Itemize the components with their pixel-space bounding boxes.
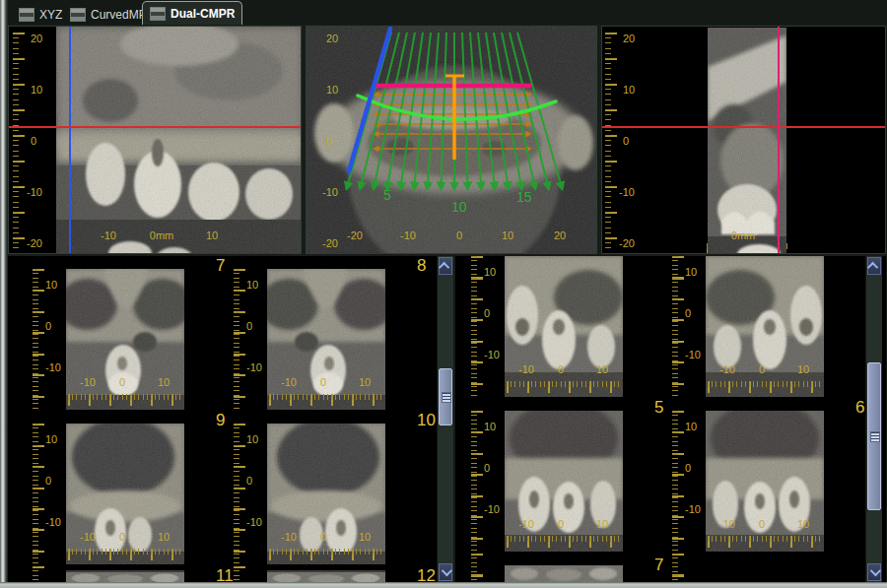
cross-section-image[interactable] xyxy=(706,411,824,552)
slice-number-label: 12 xyxy=(417,567,436,582)
ruler-label: 10 xyxy=(246,433,258,445)
blue-crosshair-line[interactable] xyxy=(69,27,71,253)
ruler-label: 10 xyxy=(45,433,57,445)
ruler-label: 10 xyxy=(45,279,57,291)
scroll-down-button[interactable] xyxy=(867,563,881,581)
scroll-up-button[interactable] xyxy=(439,257,452,275)
ruler-label: 0 xyxy=(320,531,326,543)
slice-number-label: 6 xyxy=(855,399,864,416)
ruler-label: -10 xyxy=(685,349,701,360)
ruler-label: 0 xyxy=(456,229,462,241)
ruler-label: -20 xyxy=(27,237,42,249)
cross-section-image[interactable] xyxy=(267,424,385,564)
ruler-label: 0 xyxy=(31,135,36,147)
cross-section-image[interactable] xyxy=(505,411,623,552)
ruler-label: -10 xyxy=(80,376,96,388)
scroll-down-button[interactable] xyxy=(439,563,452,581)
slice-number-label: 11 xyxy=(216,567,234,582)
ruler-label: 10 xyxy=(596,518,608,530)
cross-section-image[interactable] xyxy=(505,256,623,397)
ruler-label: 10 xyxy=(31,84,42,96)
ruler-label: -10 xyxy=(484,349,500,360)
v-ruler xyxy=(672,256,684,397)
pink-position-line[interactable] xyxy=(778,27,780,253)
ruler-label: 20 xyxy=(31,33,42,44)
axial-overlays: 5 10 15 xyxy=(307,27,597,254)
tab-bar: XYZ CurvedMPR Dual-CMPR xyxy=(8,0,887,25)
cross-section-panel: 20 10 0 -10 -20 0mm xyxy=(601,26,886,254)
ruler-label: -20 xyxy=(619,237,635,249)
sagittal-image[interactable] xyxy=(56,27,302,254)
scroll-up-button[interactable] xyxy=(867,257,881,275)
cross-section-image[interactable] xyxy=(267,269,385,410)
dental-cbct-viewer: XYZ CurvedMPR Dual-CMPR 20 10 0 -10 -20 … xyxy=(0,0,887,588)
ruler-label: 20 xyxy=(326,33,338,44)
cross-section-image[interactable] xyxy=(66,570,184,582)
ruler-label: -10 xyxy=(400,229,416,241)
cross-section-cell-9: 9 10 0 -10 -10 0 10 xyxy=(33,412,241,564)
ruler-label: -10 xyxy=(685,503,701,515)
v-ruler xyxy=(672,411,684,552)
ruler-label: 0 xyxy=(326,135,332,147)
chevron-down-icon xyxy=(442,565,452,576)
ruler-label: 0 xyxy=(623,135,629,147)
ruler-label: 10 xyxy=(326,84,338,96)
h-ruler xyxy=(708,536,822,548)
scroll-thumb[interactable] xyxy=(867,362,881,510)
ruler-label: 10 xyxy=(158,531,170,543)
section-index-label: 5 xyxy=(383,187,391,203)
dual-cmpr-tab-icon xyxy=(150,7,166,21)
cross-section-grid-left: 7 10 0 -10 -10 0 10 8 10 0 -10 -10 0 10 xyxy=(8,256,453,582)
v-ruler xyxy=(33,269,44,410)
tab-dual-cmpr[interactable]: Dual-CMPR xyxy=(142,1,242,25)
cross-section-image[interactable] xyxy=(708,28,786,254)
cross-section-image[interactable] xyxy=(66,269,184,410)
scroll-thumb[interactable] xyxy=(439,368,452,425)
ruler-label: -20 xyxy=(322,237,338,249)
chevron-up-icon xyxy=(439,262,449,273)
ruler-label: 10 xyxy=(797,363,809,375)
ruler-label: -10 xyxy=(27,186,42,198)
cross-section-cell: 10 0 -10 -10 0 10 xyxy=(672,256,881,397)
window-frame-left xyxy=(0,0,8,588)
h-ruler xyxy=(708,381,822,393)
ruler-label: 0 xyxy=(119,531,125,543)
cross-section-image[interactable] xyxy=(267,570,385,582)
ruler-label: -10 xyxy=(518,363,534,375)
cross-section-image[interactable] xyxy=(66,424,184,564)
ruler-label: 0 xyxy=(45,320,51,332)
ruler-label: -10 xyxy=(246,516,262,528)
ruler-label: 0 xyxy=(45,475,51,487)
cross-section-cell: 10 0 -10 -10 0 10 xyxy=(471,256,680,397)
slice-number-label: 7 xyxy=(654,556,663,573)
ruler-label: 0mm xyxy=(731,229,755,241)
v-ruler xyxy=(33,424,44,564)
h-ruler xyxy=(68,549,182,560)
slice-number-label: 5 xyxy=(654,399,663,416)
ruler-label: 0 xyxy=(246,475,252,487)
tab-label: XYZ xyxy=(39,8,62,22)
tab-xyz[interactable]: XYZ xyxy=(12,5,69,25)
left-grid-scrollbar xyxy=(437,256,453,582)
v-ruler xyxy=(471,256,483,397)
cross-section-cell-7: 7 10 0 -10 -10 0 10 xyxy=(33,257,241,410)
ruler-label: 20 xyxy=(623,33,635,44)
v-ruler xyxy=(234,566,245,582)
ruler-label: 10 xyxy=(246,279,258,291)
window-frame-bottom xyxy=(0,582,887,588)
ruler-label: -10 xyxy=(322,186,338,198)
section-index-label: 10 xyxy=(451,199,467,215)
ruler-label: 0mm xyxy=(150,229,173,241)
ruler-label: 0 xyxy=(558,518,564,530)
ruler-label: 10 xyxy=(623,84,635,96)
ruler-label: -10 xyxy=(45,516,61,528)
h-ruler xyxy=(68,394,182,406)
red-crosshair-line[interactable] xyxy=(9,126,301,128)
ruler-label: -20 xyxy=(347,229,363,241)
ruler-label: 10 xyxy=(484,421,496,432)
red-crosshair-line[interactable] xyxy=(602,126,885,128)
ruler-label: 10 xyxy=(484,266,496,278)
cross-section-image[interactable] xyxy=(706,256,824,397)
ruler-label: 0 xyxy=(246,320,252,332)
cross-section-image[interactable] xyxy=(505,565,623,582)
